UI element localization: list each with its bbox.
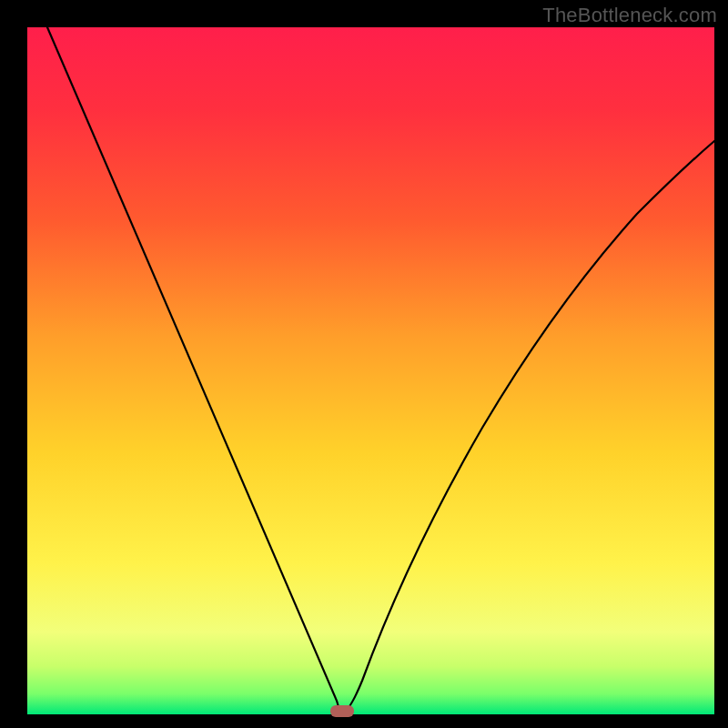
optimal-point-marker [330, 705, 354, 717]
watermark-text: TheBottleneck.com [542, 4, 717, 27]
chart-frame: { "watermark": "TheBottleneck.com", "cha… [0, 0, 728, 728]
bottleneck-chart [0, 0, 728, 728]
plot-background [27, 27, 714, 714]
